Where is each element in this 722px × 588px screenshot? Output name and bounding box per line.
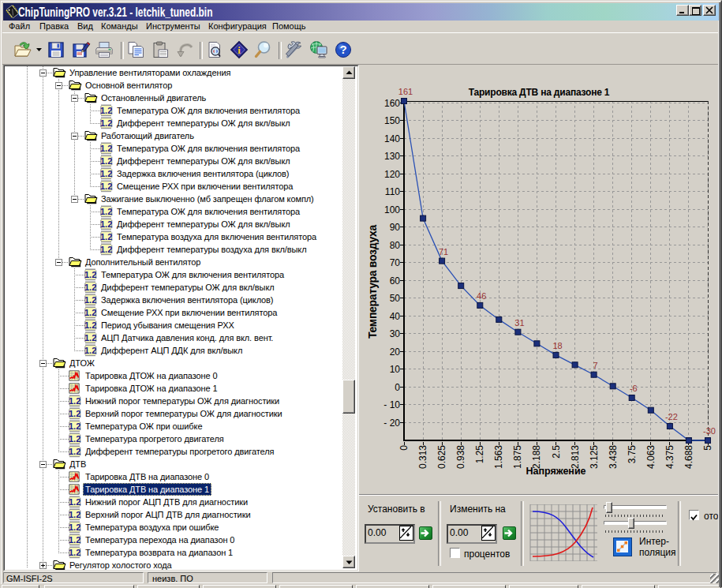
svg-text:20: 20 [390,346,401,358]
svg-text:1.875: 1.875 [512,445,523,469]
svg-text:3.125: 3.125 [589,445,600,469]
svg-text:-22: -22 [665,412,678,421]
svg-text:Температура воздуха: Температура воздуха [366,224,379,339]
svg-text:46: 46 [477,291,486,301]
svg-text:150: 150 [384,115,400,126]
svg-text:Напряжение: Напряжение [526,466,585,477]
svg-text:1.2: 1.2 [84,283,96,292]
svg-text:1.2: 1.2 [69,434,80,444]
svg-text:110: 110 [385,186,400,197]
svg-text:100: 100 [384,204,400,215]
svg-text:70: 70 [390,257,401,268]
svg-text:1.2: 1.2 [69,510,80,519]
svg-text:50: 50 [390,293,401,304]
svg-text:- 20: - 20 [383,418,400,429]
svg-text:140: 140 [384,133,400,144]
svg-text:71: 71 [439,247,448,257]
svg-text:2.5: 2.5 [551,445,562,459]
svg-text:80: 80 [390,240,401,251]
svg-text:3.75: 3.75 [627,445,638,464]
svg-text:18: 18 [552,341,562,350]
svg-text:0.625: 0.625 [436,445,447,469]
svg-text:120: 120 [384,169,400,180]
svg-text:1.2: 1.2 [69,409,80,418]
svg-text:130: 130 [384,151,400,162]
svg-text:0: 0 [395,382,400,393]
svg-text:1.2: 1.2 [69,447,80,456]
svg-text:1.2: 1.2 [84,295,96,305]
svg-text:Тарировка ДТВ на диапазоне 1: Тарировка ДТВ на диапазоне 1 [469,87,610,98]
svg-text:31: 31 [514,318,524,328]
svg-text:1.2: 1.2 [69,522,80,532]
svg-text:3.438: 3.438 [608,445,619,469]
svg-text:1.2: 1.2 [69,497,80,507]
svg-text:7: 7 [593,361,598,370]
svg-text:1.2: 1.2 [100,118,112,128]
svg-text:-30: -30 [703,426,716,436]
svg-text:1.2: 1.2 [100,232,112,242]
svg-text:4.688: 4.688 [683,445,694,469]
svg-text:- 10: - 10 [383,399,400,410]
svg-text:i: i [238,44,241,56]
svg-text:40: 40 [390,311,401,322]
svg-text:1.563: 1.563 [493,445,504,469]
svg-text:30: 30 [390,328,401,339]
svg-text:1.2: 1.2 [100,207,112,216]
svg-text:?: ? [339,43,346,56]
svg-text:60: 60 [390,275,401,287]
svg-text:161: 161 [398,87,413,96]
svg-text:1.2: 1.2 [100,245,112,254]
svg-text:5: 5 [702,445,713,451]
svg-text:1.2: 1.2 [69,535,80,545]
svg-text:1.25: 1.25 [474,445,485,464]
svg-text:4.375: 4.375 [664,445,675,469]
svg-text:-6: -6 [630,384,638,393]
svg-text:1.2: 1.2 [84,346,96,355]
svg-text:1.2: 1.2 [100,156,112,166]
svg-text:1.2: 1.2 [84,308,96,317]
svg-text:0.938: 0.938 [455,445,466,469]
svg-text:1.2: 1.2 [69,548,80,557]
svg-text:4.063: 4.063 [645,445,657,469]
svg-text:1.2: 1.2 [100,169,112,178]
svg-text:0.313: 0.313 [417,445,428,469]
svg-text:1.2: 1.2 [84,320,96,330]
svg-text:90: 90 [390,222,401,233]
svg-text:1.2: 1.2 [69,421,80,431]
svg-text:1.2: 1.2 [84,333,96,343]
svg-text:160: 160 [384,98,400,109]
svg-text:1.2: 1.2 [100,182,112,191]
svg-text:1.2: 1.2 [100,219,112,229]
svg-text:1.2: 1.2 [100,144,112,153]
svg-text:1.2: 1.2 [84,270,96,279]
svg-text:1.2: 1.2 [69,396,80,406]
svg-text:10: 10 [390,364,401,375]
svg-text:0: 0 [398,445,410,451]
svg-text:1.2: 1.2 [100,106,112,115]
